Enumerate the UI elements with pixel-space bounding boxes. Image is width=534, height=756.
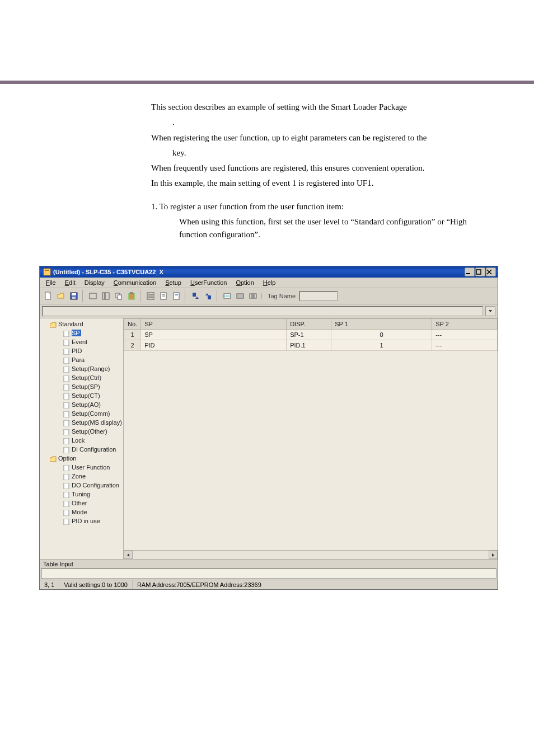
- tree-item-mode[interactable]: Mode: [55, 508, 123, 516]
- col-no[interactable]: No.: [124, 319, 141, 330]
- cell-disp[interactable]: PID.1: [287, 340, 331, 351]
- svg-rect-10: [105, 293, 109, 299]
- document-icon: [63, 465, 70, 471]
- minimize-button[interactable]: [465, 267, 475, 276]
- tree-item-event[interactable]: Event: [55, 337, 123, 346]
- new-file-icon[interactable]: [42, 290, 54, 302]
- nav-tree[interactable]: Standard SP Event PID Para Setup(Range) …: [40, 318, 124, 559]
- cell-sp1[interactable]: 0: [331, 330, 432, 340]
- toolbar-icon-8[interactable]: [144, 290, 157, 302]
- col-sp[interactable]: SP: [141, 319, 287, 330]
- cell-sp[interactable]: SP: [141, 330, 287, 340]
- copy-icon[interactable]: [113, 290, 125, 302]
- menu-file[interactable]: FFileile: [42, 279, 60, 287]
- document-icon: [63, 474, 70, 480]
- step1-label: 1. To register a user function from the …: [151, 200, 484, 213]
- body-text: This section describes an example of set…: [0, 84, 534, 260]
- document-icon: [63, 340, 70, 346]
- tree-item-lock[interactable]: Lock: [55, 436, 123, 445]
- tree-item-zone[interactable]: Zone: [55, 472, 123, 481]
- document-icon: [63, 483, 70, 489]
- tree-item-setup-comm[interactable]: Setup(Comm): [55, 409, 123, 418]
- tag-name-field[interactable]: [299, 291, 338, 301]
- body-p1-dot: .: [151, 116, 484, 129]
- tree-item-para[interactable]: Para: [55, 355, 123, 364]
- address-dropdown-button[interactable]: [485, 306, 495, 316]
- col-sp1[interactable]: SP 1: [331, 319, 432, 330]
- table-row[interactable]: 1 SP SP-1 0 ---: [124, 330, 498, 340]
- svg-rect-30: [64, 384, 69, 391]
- cell-disp[interactable]: SP-1: [287, 330, 331, 340]
- body-p2: When registering the user function, up t…: [151, 132, 484, 144]
- toolbar-icon-9[interactable]: [157, 290, 170, 302]
- document-icon: [63, 411, 70, 417]
- tree-item-pid-in-use[interactable]: PID in use: [55, 516, 123, 525]
- horizontal-scrollbar[interactable]: [124, 550, 498, 559]
- maximize-button[interactable]: [475, 267, 485, 276]
- address-field[interactable]: [42, 306, 483, 316]
- folder-open-icon: [50, 456, 57, 462]
- toolbar-icon-15[interactable]: [247, 290, 259, 302]
- cell-sp[interactable]: PID: [141, 340, 287, 351]
- menu-option[interactable]: Option: [232, 279, 257, 287]
- col-disp[interactable]: DISP.: [287, 319, 331, 330]
- menu-edit[interactable]: Edit: [61, 279, 79, 287]
- tree-item-setup-ctrl[interactable]: Setup(Ctrl): [55, 373, 123, 382]
- tree-item-sp[interactable]: SP: [55, 328, 123, 337]
- open-file-icon[interactable]: [55, 290, 67, 302]
- table-input-field[interactable]: [41, 569, 496, 579]
- menu-help[interactable]: Help: [259, 279, 280, 287]
- toolbar: Tag Name: [40, 288, 498, 304]
- tree-folder-option[interactable]: Option User Function Zone DO Configurati…: [42, 454, 123, 525]
- tree-item-pid[interactable]: PID: [55, 346, 123, 355]
- tree-item-setup-other[interactable]: Setup(Other): [55, 427, 123, 436]
- data-grid[interactable]: No. SP DISP. SP 1 SP 2 1 SP SP-1 0 ---: [124, 318, 498, 351]
- table-area: No. SP DISP. SP 1 SP 2 1 SP SP-1 0 ---: [124, 318, 498, 559]
- svg-rect-25: [64, 340, 69, 346]
- close-button[interactable]: [486, 267, 496, 276]
- download-icon[interactable]: [189, 290, 202, 302]
- status-cell-pos: 3, 1: [40, 580, 59, 589]
- scroll-track[interactable]: [133, 551, 489, 559]
- menu-display[interactable]: Display: [81, 279, 109, 287]
- statusbar: 3, 1 Valid settings:0 to 1000 RAM Addres…: [40, 580, 498, 589]
- tree-folder-standard[interactable]: Standard SP Event PID Para Setup(Range) …: [42, 320, 123, 454]
- paste-icon[interactable]: [125, 290, 138, 302]
- save-icon[interactable]: [68, 290, 80, 302]
- table-row[interactable]: 2 PID PID.1 1 ---: [124, 340, 498, 351]
- tag-name-label: Tag Name: [261, 293, 299, 299]
- tree-item-di-configuration[interactable]: DI Configuration: [55, 445, 123, 454]
- svg-rect-7: [72, 297, 76, 299]
- svg-rect-34: [64, 420, 69, 426]
- scroll-left-icon[interactable]: [124, 551, 133, 559]
- toolbar-icon-4[interactable]: [87, 290, 99, 302]
- menu-setup[interactable]: Setup: [161, 279, 185, 287]
- tree-item-do-configuration[interactable]: DO Configuration: [55, 481, 123, 490]
- titlebar: (Untitled) - SLP-C35 - C35TVCUA22_X: [40, 266, 498, 278]
- tree-item-setup-range[interactable]: Setup(Range): [55, 364, 123, 373]
- document-icon: [63, 438, 70, 444]
- toolbar-icon-14[interactable]: [234, 290, 246, 302]
- tree-item-setup-msdisplay[interactable]: Setup(MS display): [55, 418, 123, 427]
- cell-sp2[interactable]: ---: [432, 330, 498, 340]
- svg-rect-37: [64, 447, 69, 453]
- toolbar-icon-5[interactable]: [100, 290, 112, 302]
- toolbar-separator: [185, 290, 187, 302]
- menu-communication[interactable]: Communication: [110, 279, 160, 287]
- tree-item-setup-ct[interactable]: Setup(CT): [55, 391, 123, 400]
- svg-rect-20: [208, 295, 211, 299]
- cell-sp2[interactable]: ---: [432, 340, 498, 351]
- tree-item-setup-ao[interactable]: Setup(AO): [55, 400, 123, 409]
- cell-sp1[interactable]: 1: [331, 340, 432, 351]
- col-sp2[interactable]: SP 2: [432, 319, 498, 330]
- tree-item-user-function[interactable]: User Function: [55, 463, 123, 472]
- toolbar-icon-13[interactable]: [221, 290, 233, 302]
- toolbar-icon-10[interactable]: [170, 290, 182, 302]
- tree-item-other[interactable]: Other: [55, 499, 123, 508]
- menu-userfunction[interactable]: UserFunction: [186, 279, 231, 287]
- tree-item-setup-sp[interactable]: Setup(SP): [55, 382, 123, 391]
- step1-note: When using this function, first set the …: [151, 215, 484, 242]
- tree-item-tuning[interactable]: Tuning: [55, 490, 123, 499]
- scroll-right-icon[interactable]: [489, 551, 498, 559]
- upload-icon[interactable]: [202, 290, 214, 302]
